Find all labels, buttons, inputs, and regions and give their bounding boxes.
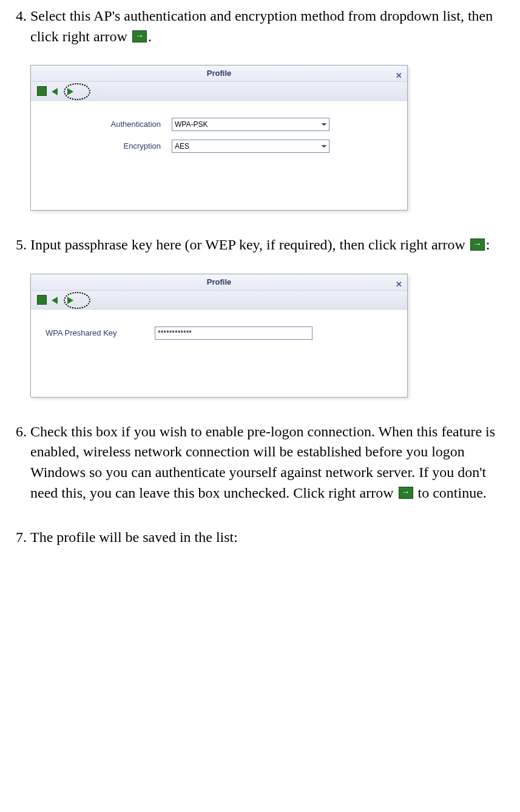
dialog-nav xyxy=(31,82,407,101)
step-7-text: The profile will be saved in the list: xyxy=(30,529,238,545)
right-arrow-icon xyxy=(399,487,413,499)
dialog-title: Profile xyxy=(207,69,231,78)
enc-label: Encryption xyxy=(46,141,172,152)
right-arrow-icon xyxy=(470,239,485,251)
back-arrow-icon[interactable] xyxy=(50,86,62,96)
preshared-key-input[interactable] xyxy=(155,326,312,340)
step-4-tail: . xyxy=(148,29,152,44)
right-arrow-icon xyxy=(132,30,147,42)
enc-row: Encryption AES xyxy=(46,140,393,153)
stop-icon[interactable] xyxy=(37,295,47,305)
dialog-titlebar: Profile ✕ xyxy=(31,66,407,82)
step-7: The profile will be saved in the list: xyxy=(30,527,511,548)
encryption-select[interactable]: AES xyxy=(172,140,329,153)
profile-dialog-key: Profile ✕ WPA Preshared Key xyxy=(30,274,408,398)
psk-row: WPA Preshared Key xyxy=(46,326,393,340)
step-6-text-b: to continue. xyxy=(418,485,487,501)
highlight-ellipse xyxy=(64,83,90,100)
psk-label: WPA Preshared Key xyxy=(46,328,155,339)
step-5-tail: : xyxy=(486,237,490,252)
profile-dialog-auth: Profile ✕ Authentication WPA-PSK Encrypt… xyxy=(30,65,408,211)
step-4-text: Select this AP's authentication and encr… xyxy=(30,8,493,44)
dialog-title: Profile xyxy=(207,277,231,286)
auth-label: Authentication xyxy=(46,119,172,130)
auth-row: Authentication WPA-PSK xyxy=(46,118,393,131)
step-6: Check this box if you wish to enable pre… xyxy=(30,422,511,503)
dialog-nav xyxy=(31,291,407,310)
stop-icon[interactable] xyxy=(37,86,47,96)
dialog-titlebar: Profile ✕ xyxy=(31,274,407,291)
step-5: Input passphrase key here (or WEP key, i… xyxy=(30,235,511,398)
step-4: Select this AP's authentication and encr… xyxy=(30,6,511,211)
dialog-body: WPA Preshared Key xyxy=(31,310,407,397)
highlight-ellipse xyxy=(64,292,90,309)
dialog-body: Authentication WPA-PSK Encryption AES xyxy=(31,101,407,210)
authentication-select[interactable]: WPA-PSK xyxy=(172,118,329,131)
back-arrow-icon[interactable] xyxy=(50,295,62,305)
step-5-text: Input passphrase key here (or WEP key, i… xyxy=(30,237,469,252)
